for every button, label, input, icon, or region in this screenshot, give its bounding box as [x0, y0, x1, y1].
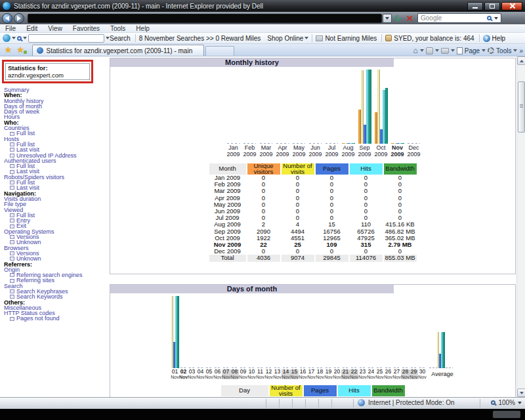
balance-label[interactable]: SYED, your balance is: 464 — [394, 35, 474, 42]
shop-online-menu[interactable]: Shop Online — [267, 35, 303, 42]
day-column-22 — [350, 296, 358, 368]
chevron-down-icon[interactable] — [513, 49, 517, 52]
day-number: 12 — [264, 369, 273, 375]
menu-file[interactable]: File — [0, 25, 21, 32]
chevron-down-icon[interactable] — [23, 37, 27, 39]
vertical-scrollbar[interactable] — [516, 56, 525, 397]
day-number: 27 — [392, 369, 401, 375]
day-column-03 — [188, 296, 196, 368]
scroll-down-button[interactable] — [517, 388, 525, 397]
page-menu-button[interactable]: Page — [465, 47, 480, 54]
status-separator — [318, 399, 319, 408]
toolbar-logo-icon[interactable] — [3, 34, 10, 42]
back-button[interactable] — [2, 13, 12, 24]
address-dropdown-button[interactable] — [383, 14, 392, 23]
month-axis-label: Oct2009 — [373, 145, 389, 158]
chevron-down-icon[interactable] — [435, 49, 439, 52]
column-header-number-of-visits: Number of visits — [270, 385, 303, 396]
print-icon[interactable] — [441, 48, 449, 54]
browser-window: Statistics for azndir.vgexpert.com (2009… — [0, 0, 525, 420]
zoom-control[interactable]: 100% — [491, 399, 522, 406]
toolbar-search-input[interactable] — [28, 34, 104, 43]
menu-tools[interactable]: Tools — [105, 25, 131, 32]
tools-menu-button[interactable]: Tools — [496, 47, 511, 54]
day-axis-label: 06Nov — [213, 369, 222, 379]
forward-button[interactable] — [14, 13, 24, 24]
minimize-button[interactable] — [467, 2, 483, 10]
favorites-center-button[interactable]: ★ — [2, 45, 14, 56]
month-axis-label: Mar2009 — [258, 145, 274, 158]
day-axis-label: 07Nov — [222, 369, 230, 379]
status-separator — [292, 399, 293, 408]
windows-taskbar[interactable] — [0, 409, 525, 420]
tab-active[interactable]: Statistics for azndir.vgexpert.com (2009… — [32, 45, 204, 56]
column-header-month: Month — [209, 163, 246, 175]
sublist-icon — [10, 154, 14, 158]
menu-edit[interactable]: Edit — [21, 25, 43, 32]
chevron-down-icon[interactable] — [451, 49, 455, 52]
sublist-icon — [10, 251, 14, 255]
sublist-icon — [10, 219, 14, 222]
scroll-down-icon — [520, 392, 524, 394]
new-tab-stub[interactable] — [205, 46, 234, 56]
total-cell: 4036 — [247, 255, 280, 261]
scroll-up-icon — [520, 60, 524, 62]
toolbar-overflow-button[interactable]: » — [519, 47, 523, 54]
toolbar-help-button[interactable]: Help — [492, 35, 506, 42]
table-row: Mar 200900000 — [209, 188, 417, 194]
toolbar-search-button[interactable]: Search — [110, 35, 131, 42]
menu-help[interactable]: Help — [131, 25, 155, 32]
day-axis-label: 14Nov — [282, 369, 290, 379]
days-of-month-section: Days of month 01Nov02Nov03Nov04Nov05Nov0… — [110, 284, 516, 397]
day-number: 30 — [418, 369, 427, 375]
page-icon[interactable] — [457, 47, 463, 54]
command-bar: ⌂ Page Tools » — [413, 47, 523, 56]
day-number: 18 — [316, 369, 324, 375]
days-of-month-chart — [171, 296, 515, 368]
chevron-down-icon[interactable] — [12, 37, 16, 39]
day-column-20 — [333, 296, 341, 368]
not-earning-miles-label[interactable]: Not Earning Miles — [325, 35, 377, 42]
menu-view[interactable]: View — [43, 25, 68, 32]
toolbar-promo-link[interactable]: 8 November Searches >> 0 Reward Miles — [139, 35, 261, 42]
refresh-button[interactable] — [393, 13, 403, 23]
add-favorite-button[interactable]: ★ — [14, 45, 27, 56]
chevron-down-icon[interactable] — [482, 49, 486, 52]
day-number: 06 — [213, 369, 222, 375]
day-month: Nov — [350, 375, 358, 380]
stop-button[interactable] — [404, 13, 414, 23]
sidebar-item-pages-not-found[interactable]: Pages not found — [4, 316, 106, 321]
day-month: Nov — [213, 375, 222, 380]
day-number: 08 — [230, 369, 239, 375]
maximize-button[interactable] — [484, 2, 500, 10]
day-column-08 — [230, 296, 239, 368]
day-axis-label: 13Nov — [273, 369, 282, 379]
monthly-history-axis-labels: Jan2009Feb2009Mar2009Apr2009May2009Jun20… — [225, 145, 515, 158]
month-column-feb — [242, 70, 258, 144]
scrollbar-thumb[interactable] — [518, 81, 525, 133]
address-input-redacted[interactable] — [28, 14, 382, 23]
scroll-up-button[interactable] — [517, 56, 525, 65]
search-icon[interactable] — [487, 16, 492, 20]
day-month: Nov — [375, 375, 384, 380]
search-dropdown-icon[interactable] — [494, 17, 498, 20]
chevron-down-icon[interactable] — [304, 37, 308, 39]
feeds-icon[interactable] — [426, 47, 433, 54]
menu-favorites[interactable]: Favorites — [68, 25, 105, 32]
month-column-jan — [225, 70, 242, 144]
day-month: Nov — [179, 375, 188, 380]
maximize-icon — [490, 4, 495, 9]
sidebar-item-full-list[interactable]: Full list — [4, 131, 106, 136]
gear-icon[interactable] — [488, 47, 494, 54]
chevron-down-icon[interactable] — [420, 49, 424, 52]
column-header-pages: Pages — [316, 163, 348, 175]
sidebar-item-hours[interactable]: Hours — [4, 114, 106, 119]
home-icon[interactable]: ⌂ — [413, 47, 417, 54]
total-label-cell: Total — [209, 255, 246, 261]
statistics-for-label: Statistics for: — [8, 64, 87, 72]
column-header-unique-visitors: Unique visitors — [247, 163, 280, 175]
magnifier-icon[interactable] — [17, 36, 22, 41]
month-column-oct — [373, 70, 389, 144]
close-button[interactable] — [501, 2, 522, 10]
browser-search-box[interactable]: Google — [417, 13, 501, 23]
